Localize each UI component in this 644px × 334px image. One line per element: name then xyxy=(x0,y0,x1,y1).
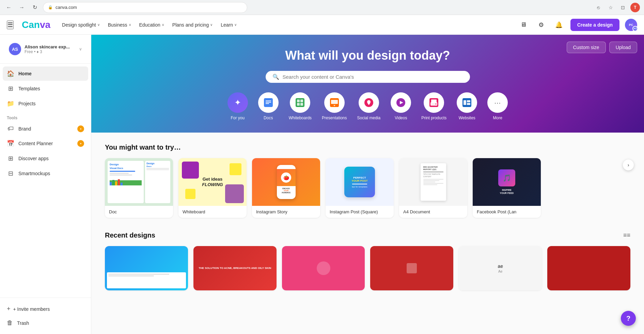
sidebar-item-smartmockups[interactable]: ⊟ Smartmockups xyxy=(3,166,88,181)
browser-extend-button[interactable]: ⊡ xyxy=(618,3,628,12)
avatar-badge: AS xyxy=(632,26,638,31)
settings-icon-button[interactable]: ⚙ xyxy=(535,19,547,31)
upload-button[interactable]: Upload xyxy=(609,42,637,53)
template-card-a4-doc[interactable]: MID-QUARTERREPORT (Q2) TIPS FOR TEMPLATE… xyxy=(399,158,467,218)
content-planner-badge: ✦ xyxy=(77,140,84,147)
hamburger-menu[interactable]: ☰ xyxy=(7,20,14,29)
template-card-whiteboard[interactable]: Get ideasFLOWING Whiteboard xyxy=(178,158,247,218)
sidebar-item-home[interactable]: 🏠 Home xyxy=(3,66,88,81)
smartmockups-icon: ⊟ xyxy=(7,170,14,177)
svg-rect-8 xyxy=(296,98,304,107)
recent-designs-title: Recent designs xyxy=(105,231,155,239)
category-whiteboards[interactable]: Whiteboards xyxy=(289,92,312,120)
discover-apps-icon: ⊞ xyxy=(7,155,14,162)
help-button[interactable]: ? xyxy=(621,311,636,326)
recent-design-6[interactable] xyxy=(547,246,630,290)
sidebar-item-templates[interactable]: ⊞ Templates xyxy=(3,81,88,96)
svg-rect-6 xyxy=(266,102,271,103)
address-bar[interactable]: 🔒 canva.com xyxy=(43,2,247,13)
nav-plans-pricing[interactable]: Plans and pricing ∨ xyxy=(169,20,216,30)
plus-icon: + xyxy=(7,305,11,313)
print-products-icon xyxy=(424,92,444,113)
nav-education[interactable]: Education ∨ xyxy=(136,20,168,30)
scroll-right-button[interactable]: › xyxy=(623,160,634,170)
canva-logo[interactable]: Canva xyxy=(22,19,50,30)
category-for-you[interactable]: ✦ For you xyxy=(227,92,248,120)
recent-design-3[interactable] xyxy=(282,246,365,290)
svg-text:✦: ✦ xyxy=(80,142,82,145)
svg-rect-25 xyxy=(467,100,470,102)
recent-thumb-5: ae Ae xyxy=(459,246,542,290)
category-presentations[interactable]: Presentations xyxy=(322,92,347,120)
template-card-instagram-post[interactable]: PERFECT YOUR POST tips for templates xyxy=(326,158,394,218)
projects-icon: 📁 xyxy=(7,100,14,107)
list-view-button[interactable]: ≡≡ xyxy=(623,232,630,239)
recent-design-5[interactable]: ae Ae xyxy=(459,246,542,290)
svg-rect-14 xyxy=(331,100,338,104)
try-section-title: You might want to try… xyxy=(105,143,630,151)
browser-forward-button[interactable]: → xyxy=(17,3,27,12)
create-design-button[interactable]: Create a design xyxy=(570,19,619,31)
recent-design-2[interactable]: THE SOLUTION TO ACNE, BREAKOUTS AND OILY… xyxy=(193,246,277,290)
browser-refresh-button[interactable]: ↻ xyxy=(30,3,40,12)
browser-actions: ⎋ ☆ ⊡ T xyxy=(594,3,640,12)
recent-thumb-4 xyxy=(370,246,453,290)
social-media-icon xyxy=(359,92,379,113)
browser-chrome: ← → ↻ 🔒 canva.com ⎋ ☆ ⊡ T xyxy=(0,0,644,15)
chevron-down-icon: ∨ xyxy=(97,23,100,27)
doc-label: Doc xyxy=(105,206,173,218)
sidebar-item-trash[interactable]: 🗑 Trash xyxy=(3,316,88,330)
monitor-icon-button[interactable]: 🖥 xyxy=(517,19,530,31)
sidebar-item-content-planner[interactable]: 📅 Content Planner ✦ xyxy=(3,136,88,151)
category-videos[interactable]: Videos xyxy=(391,92,411,120)
template-card-facebook-post[interactable]: 🎵 INSPIREYOUR FEED Facebook Post (Lan xyxy=(473,158,541,218)
template-card-doc[interactable]: Design Visual Docs xyxy=(105,158,173,218)
category-more[interactable]: ··· More xyxy=(487,92,508,120)
recent-design-4[interactable] xyxy=(370,246,453,290)
canva-app: ☰ Canva Design spotlight ∨ Business ∨ Ed… xyxy=(0,15,644,334)
category-social-media[interactable]: Social media xyxy=(357,92,381,120)
category-docs[interactable]: Docs xyxy=(258,92,279,120)
nav-learn[interactable]: Learn ∨ xyxy=(217,20,240,30)
category-print-products[interactable]: Print products xyxy=(421,92,446,120)
svg-rect-9 xyxy=(297,100,300,102)
browser-bookmark-button[interactable]: ☆ xyxy=(606,3,615,12)
svg-rect-7 xyxy=(266,103,269,104)
nav-design-spotlight[interactable]: Design spotlight ∨ xyxy=(59,20,103,30)
workspace-chevron-icon: ∨ xyxy=(79,47,82,51)
browser-profile[interactable]: T xyxy=(630,3,640,12)
workspace-selector[interactable]: AS Alison skincare exp... Free • ♦ 3 ∨ xyxy=(5,40,85,58)
svg-text:✦: ✦ xyxy=(80,128,82,130)
browser-back-button[interactable]: ← xyxy=(4,3,14,12)
recent-design-1[interactable] xyxy=(105,246,188,290)
brand-icon: 🏷 xyxy=(7,125,14,132)
chevron-down-icon: ∨ xyxy=(162,23,164,27)
sidebar-header: AS Alison skincare exp... Free • ♦ 3 ∨ xyxy=(0,35,91,64)
a4-doc-thumbnail: MID-QUARTERREPORT (Q2) TIPS FOR TEMPLATE… xyxy=(399,158,467,206)
try-section: You might want to try… Design Visual Doc… xyxy=(105,143,630,218)
workspace-plan: Free • ♦ 3 xyxy=(25,49,76,54)
recent-section: Recent designs ≡≡ xyxy=(105,231,630,290)
tools-section-label: Tools xyxy=(3,111,88,122)
recent-thumb-6 xyxy=(547,246,630,290)
sidebar-item-discover-apps[interactable]: ⊞ Discover apps xyxy=(3,151,88,166)
custom-size-button[interactable]: Custom size xyxy=(567,42,606,53)
sidebar-item-projects[interactable]: 📁 Projects xyxy=(3,96,88,111)
browser-share-button[interactable]: ⎋ xyxy=(594,3,603,12)
sidebar-item-brand[interactable]: 🏷 Brand ✦ xyxy=(3,122,88,136)
docs-icon xyxy=(258,92,279,113)
template-card-instagram-story[interactable]: 🍅 ENGAGE YOUR AUDIENCE xyxy=(252,158,320,218)
invite-members-button[interactable]: + + Invite members xyxy=(3,302,88,316)
workspace-name: Alison skincare exp... xyxy=(25,44,76,49)
svg-point-22 xyxy=(436,104,437,105)
nav-business[interactable]: Business ∨ xyxy=(105,20,135,30)
category-websites[interactable]: Websites xyxy=(457,92,477,120)
template-scroll-wrapper: Design Visual Docs xyxy=(105,158,630,218)
workspace-details: Alison skincare exp... Free • ♦ 3 xyxy=(25,44,76,54)
websites-icon xyxy=(457,92,477,113)
facebook-post-thumbnail: 🎵 INSPIREYOUR FEED xyxy=(473,158,541,206)
search-input[interactable] xyxy=(283,74,463,80)
user-avatar[interactable]: PC AS xyxy=(625,19,637,31)
svg-rect-11 xyxy=(297,103,300,106)
notifications-icon-button[interactable]: 🔔 xyxy=(553,19,565,31)
